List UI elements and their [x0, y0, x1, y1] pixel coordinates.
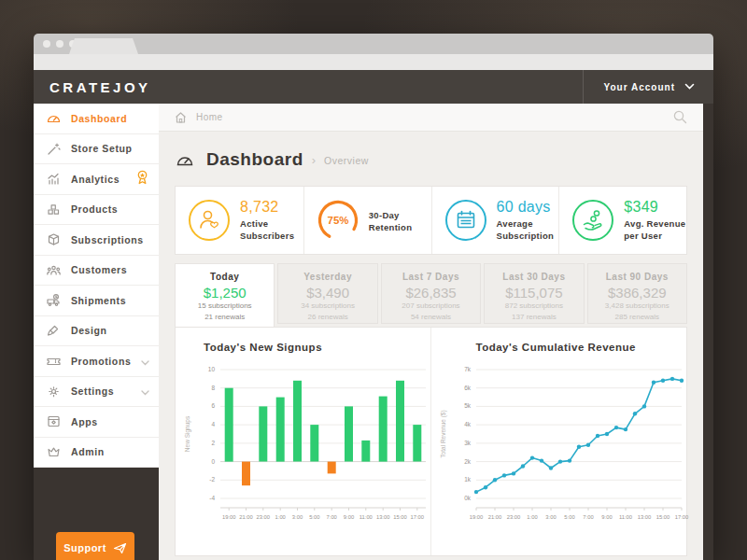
svg-text:3k: 3k	[464, 440, 472, 446]
svg-text:4k: 4k	[464, 421, 472, 427]
svg-text:15:00: 15:00	[393, 514, 407, 520]
chevron-right-icon: ›	[312, 153, 316, 167]
sidebar-item-label: Store Setup	[71, 143, 133, 154]
browser-address-bar[interactable]	[34, 54, 713, 70]
tab-last-90-days[interactable]: Last 90 Days $386,329 3,428 subscription…	[587, 263, 687, 324]
sidebar-item-subscriptions[interactable]: Subscriptions	[34, 225, 159, 256]
svg-text:5:00: 5:00	[309, 514, 319, 520]
tab-yesterday[interactable]: Yesterday $3,490 34 subscriptions 26 ren…	[277, 263, 377, 324]
tab-title: Yesterday	[278, 272, 376, 282]
sidebar-item-promotions[interactable]: Promotions	[34, 346, 159, 377]
sidebar-item-label: Customers	[71, 264, 127, 275]
window-dot-icon[interactable]	[56, 40, 63, 48]
stat-label: Active Subscribers	[240, 218, 303, 242]
support-button[interactable]: Support	[56, 532, 134, 560]
breadcrumb-home-label[interactable]: Home	[196, 112, 223, 122]
svg-text:1:00: 1:00	[527, 514, 537, 520]
sidebar-item-label: Admin	[71, 446, 105, 457]
svg-text:15:00: 15:00	[655, 514, 669, 520]
svg-text:21:00: 21:00	[487, 514, 501, 520]
tab-today[interactable]: Today $1,250 15 subscriptions 21 renewal…	[175, 263, 275, 327]
tab-subscriptions: 207 subscriptions	[382, 301, 480, 312]
svg-text:-4: -4	[209, 495, 215, 501]
svg-text:New Signups: New Signups	[184, 415, 191, 452]
stat-card-retention: 75% 30-Day Retention	[303, 187, 431, 254]
sidebar-item-label: Design	[71, 325, 107, 336]
cubes-icon	[46, 203, 62, 217]
svg-text:10: 10	[208, 366, 216, 372]
window-controls[interactable]	[43, 40, 77, 48]
tab-value: $3,490	[278, 285, 376, 301]
page-subtitle[interactable]: Overview	[324, 153, 369, 166]
stat-value: 8,732	[240, 199, 303, 216]
app-window-icon	[46, 414, 62, 428]
account-menu[interactable]: Your Account	[583, 70, 713, 104]
sidebar-item-dashboard[interactable]: Dashboard	[34, 104, 159, 134]
tab-title: Last 7 Days	[382, 272, 480, 282]
stat-label: 30-Day Retention	[369, 210, 431, 233]
chevron-down-icon	[684, 83, 695, 91]
account-label: Your Account	[604, 82, 675, 92]
sidebar-item-customers[interactable]: Customers	[34, 256, 159, 287]
tab-title: Last 90 Days	[588, 272, 686, 282]
svg-text:19:00: 19:00	[222, 514, 236, 520]
retention-value: 75%	[327, 215, 348, 226]
sidebar-item-settings[interactable]: Settings	[34, 377, 159, 408]
sidebar-item-analytics[interactable]: Analytics	[34, 164, 159, 195]
sidebar-item-products[interactable]: Products	[34, 195, 159, 226]
tab-value: $26,835	[382, 285, 480, 301]
svg-text:3:00: 3:00	[545, 514, 556, 520]
cratejoy-logo: CRATEJOY	[34, 79, 151, 95]
sidebar-item-label: Analytics	[71, 174, 120, 185]
sidebar-item-store-setup[interactable]: Store Setup	[34, 134, 159, 165]
svg-text:9:00: 9:00	[344, 514, 354, 520]
svg-text:4: 4	[211, 421, 215, 427]
sidebar-item-label: Dashboard	[71, 113, 127, 124]
tab-title: Today	[176, 272, 274, 282]
sidebar-item-shipments[interactable]: Shipments	[34, 286, 159, 316]
search-icon[interactable]	[672, 109, 688, 125]
revenue-chart-section: Today's Cumulative Revenue 0k1k2k3k4k5k6…	[431, 328, 687, 555]
sidebar-item-admin[interactable]: Admin	[34, 438, 159, 469]
tab-subscriptions: 3,428 subscriptions	[588, 301, 686, 312]
sidebar-item-label: Shipments	[71, 295, 126, 306]
browser-window: CRATEJOY Your Account Dashboard Store Se…	[34, 34, 713, 560]
chevron-down-icon	[141, 353, 149, 370]
sidebar-item-apps[interactable]: Apps	[34, 407, 159, 438]
svg-text:2: 2	[211, 440, 215, 446]
browser-tab[interactable]	[69, 38, 138, 54]
signups-chart-title: Today's New Signups	[176, 342, 430, 353]
tab-subscriptions: 34 subscriptions	[278, 301, 376, 312]
tab-renewals: 26 renewals	[278, 312, 376, 323]
page-title: Dashboard	[206, 149, 303, 170]
svg-text:-2: -2	[209, 476, 215, 483]
bar-chart-icon	[46, 172, 62, 186]
svg-text:1:00: 1:00	[275, 514, 286, 520]
magic-wand-icon	[46, 142, 62, 156]
gear-icon	[46, 385, 62, 399]
svg-text:2k: 2k	[464, 458, 472, 465]
sidebar-item-design[interactable]: Design	[34, 316, 159, 347]
sidebar-item-label: Settings	[71, 385, 114, 397]
page-title-row: Dashboard › Overview	[175, 146, 687, 174]
tab-renewals: 285 renewals	[588, 312, 686, 323]
tab-last-7-days[interactable]: Last 7 Days $26,835 207 subscriptions 54…	[381, 263, 481, 324]
tab-last-30-days[interactable]: Last 30 Days $115,075 872 subscriptions …	[484, 263, 584, 324]
svg-text:9:00: 9:00	[601, 514, 612, 520]
paint-brush-icon	[46, 324, 62, 338]
sidebar-item-label: Apps	[71, 416, 98, 427]
svg-text:13:00: 13:00	[376, 514, 390, 520]
gauge-icon	[46, 111, 62, 125]
svg-text:11:00: 11:00	[359, 514, 373, 520]
window-dot-icon[interactable]	[43, 40, 50, 48]
home-icon[interactable]	[174, 111, 188, 124]
browser-chrome-bar	[34, 34, 713, 54]
signups-bar-chart: -4-2024681019:0021:0023:001:003:005:007:…	[181, 360, 430, 528]
svg-text:19:00: 19:00	[469, 514, 483, 520]
chevron-down-icon	[141, 383, 149, 399]
stats-row: 8,732 Active Subscribers 75% 30-Day Rete…	[175, 186, 687, 255]
stat-value: $349	[624, 199, 686, 216]
main-content: Home Dashboard › Overview	[159, 104, 703, 560]
stat-card-avg-revenue: $349 Avg. Revenue per User	[558, 187, 686, 254]
svg-text:7:00: 7:00	[583, 514, 593, 520]
